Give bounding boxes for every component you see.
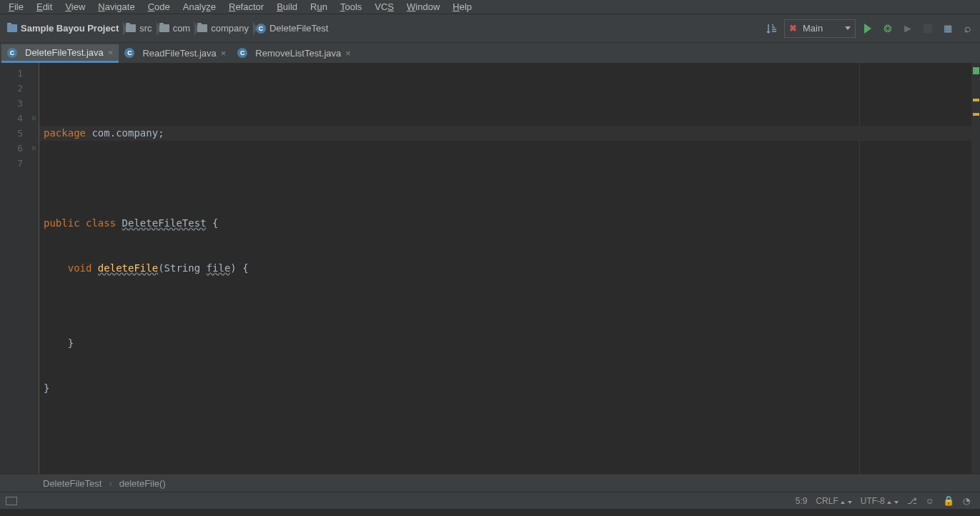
gutter[interactable]: 1 2 3 4 5 6 7 ⊟ ⊡ [0, 63, 39, 474]
hector-icon: ☺ [926, 496, 934, 506]
line-separator[interactable]: CRLF [811, 496, 856, 506]
menu-navigate[interactable]: Navigate [92, 0, 140, 14]
menu-edit[interactable]: Edit [31, 0, 58, 14]
code-token: (String [158, 262, 206, 274]
class-icon: C [237, 48, 247, 58]
code-token: deleteFile [98, 262, 158, 274]
editor-tabs: CDeleteFileTest.java× CReadFileTest.java… [0, 43, 980, 63]
project-structure-button[interactable]: ▦ [940, 21, 956, 36]
line-number: 7 [0, 156, 23, 171]
tab-label: RemoveListTest.java [255, 48, 341, 59]
code-line: } [44, 381, 971, 396]
line-number: 2 [0, 81, 23, 96]
menu-tools[interactable]: Tools [335, 0, 367, 14]
tab-label: DeleteFileTest.java [25, 47, 104, 58]
build-project-button[interactable] [764, 21, 780, 36]
run-button[interactable] [860, 21, 876, 36]
crumb-company[interactable]: company [194, 19, 253, 38]
analysis-ok-icon [973, 67, 979, 74]
tab-deletefiletest[interactable]: CDeleteFileTest.java× [1, 44, 119, 63]
status-bar: 5:9 CRLF UTF-8 ⎇ ☺ 🔒 ◔ [0, 492, 980, 509]
breadcrumb-method[interactable]: deleteFile() [119, 478, 166, 489]
menu-refactor[interactable]: Refactor [223, 0, 269, 14]
breadcrumb-class[interactable]: DeleteFileTest [43, 478, 102, 489]
breadcrumbs: Sample Bayou Project src com company CDe… [4, 19, 764, 38]
crumb-project[interactable]: Sample Bayou Project [4, 19, 123, 38]
structure-breadcrumbs: DeleteFileTest › deleteFile() [0, 474, 980, 492]
fold-close-icon[interactable]: ⊡ [32, 141, 36, 156]
run-config-selector[interactable]: ✖Main [784, 19, 856, 38]
crumb-class[interactable]: CDeleteFileTest [253, 19, 332, 38]
crumb-label: DeleteFileTest [269, 23, 328, 34]
menu-vcs[interactable]: VCS [369, 0, 400, 14]
toolbar-right: ✖Main ❂ ▶ ▦ ⌕ [764, 19, 976, 38]
code-token: void [44, 262, 98, 274]
menu-analyze[interactable]: Analyze [177, 0, 222, 14]
code-token: ) { [230, 262, 248, 274]
class-icon: C [7, 48, 17, 58]
crumb-label: src [139, 23, 152, 34]
toolwindow-toggle-icon[interactable] [6, 497, 17, 505]
menu-help[interactable]: Help [447, 0, 477, 14]
line-number: 4 [0, 111, 23, 126]
line-number: 1 [0, 66, 23, 81]
editor: 1 2 3 4 5 6 7 ⊟ ⊡ package com.company; p… [0, 63, 980, 474]
warning-marker[interactable] [973, 113, 979, 116]
chevron-down-icon [845, 26, 851, 30]
bug-icon: ❂ [884, 23, 892, 34]
stop-icon [924, 24, 932, 33]
crumb-label: company [211, 23, 249, 34]
navigation-bar: Sample Bayou Project src com company CDe… [0, 14, 980, 43]
code-token: com.company; [86, 127, 164, 139]
class-icon: C [256, 24, 266, 34]
lock-icon: 🔒 [943, 495, 954, 506]
error-icon: ✖ [789, 23, 797, 34]
crumb-src[interactable]: src [123, 19, 156, 38]
menu-run[interactable]: Run [305, 0, 333, 14]
coverage-icon: ▶ [904, 23, 911, 34]
error-stripe[interactable] [971, 63, 980, 474]
project-icon [7, 24, 17, 32]
coverage-button[interactable]: ▶ [900, 21, 916, 36]
menu-view[interactable]: View [59, 0, 91, 14]
code-token: { [207, 217, 219, 229]
crumb-com[interactable]: com [157, 19, 195, 38]
folder-icon [159, 24, 169, 32]
code-token: DeleteFileTest [122, 217, 207, 229]
code-area[interactable]: package com.company; public class Delete… [39, 63, 971, 474]
search-everywhere-button[interactable]: ⌕ [960, 21, 976, 36]
readonly-toggle[interactable]: 🔒 [939, 495, 959, 506]
inspections-button[interactable]: ☺ [921, 496, 939, 506]
close-icon[interactable]: × [221, 48, 227, 59]
tab-removelisttest[interactable]: CRemoveListTest.java× [232, 44, 357, 63]
menu-build[interactable]: Build [271, 0, 303, 14]
status-label: UTF-8 [861, 496, 885, 506]
updown-icon [841, 496, 852, 506]
code-line: } [44, 336, 971, 351]
tab-label: ReadFileTest.java [142, 48, 216, 59]
close-icon[interactable]: × [108, 47, 114, 58]
line-number: 3 [0, 96, 23, 111]
updown-icon [887, 496, 899, 506]
stop-button[interactable] [920, 21, 936, 36]
menu-window[interactable]: Window [401, 0, 445, 14]
file-encoding[interactable]: UTF-8 [856, 496, 903, 506]
menu-file[interactable]: File [3, 0, 29, 14]
tab-readfiletest[interactable]: CReadFileTest.java× [119, 44, 232, 63]
menu-code[interactable]: Code [142, 0, 176, 14]
structure-icon: ▦ [944, 23, 952, 34]
memory-indicator[interactable]: ◔ [959, 496, 974, 506]
cursor-position[interactable]: 5:9 [791, 496, 812, 506]
close-icon[interactable]: × [345, 48, 351, 59]
class-icon: C [124, 48, 134, 58]
line-number: 6 [0, 141, 23, 156]
debug-button[interactable]: ❂ [880, 21, 896, 36]
crumb-project-label: Sample Bayou Project [21, 23, 119, 34]
run-config-label: Main [803, 23, 823, 34]
code-token: package [44, 127, 86, 139]
fold-open-icon[interactable]: ⊟ [32, 111, 36, 126]
folder-icon [126, 24, 136, 32]
search-icon: ⌕ [964, 22, 971, 35]
git-branch-button[interactable]: ⎇ [903, 496, 921, 506]
warning-marker[interactable] [973, 99, 979, 101]
